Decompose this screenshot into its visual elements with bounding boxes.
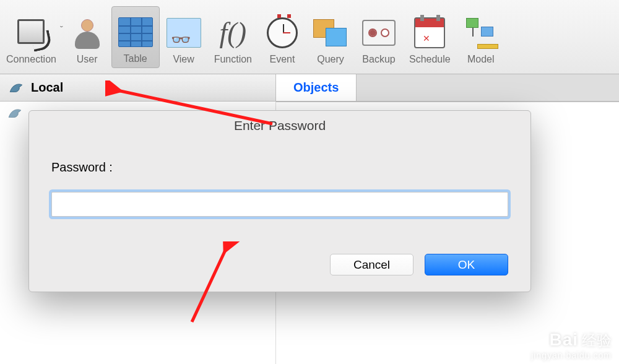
password-dialog: Enter Password Password : Cancel OK <box>28 110 531 292</box>
toolbar-label: Model <box>467 54 495 65</box>
toolbar-label: Query <box>317 54 344 65</box>
user-icon <box>70 15 105 50</box>
tab-objects[interactable]: Objects <box>276 74 357 101</box>
tape-icon <box>361 15 396 50</box>
watermark-brand: Bai <box>549 330 578 349</box>
dialog-title: Enter Password <box>29 111 530 142</box>
toolbar-label: View <box>173 54 194 65</box>
query-icon <box>313 15 348 50</box>
mysql-dolphin-icon <box>6 105 24 121</box>
ok-button[interactable]: OK <box>425 254 508 275</box>
toolbar-event[interactable]: Event <box>258 6 306 68</box>
main-toolbar: Connection ˇ User Table 👓 View f() Funct… <box>0 0 619 74</box>
connection-list-header: Local <box>0 74 276 101</box>
function-icon: f() <box>215 15 250 50</box>
toolbar-label: Table <box>124 53 147 64</box>
cancel-button[interactable]: Cancel <box>330 254 413 275</box>
password-input[interactable] <box>51 192 508 217</box>
svg-point-4 <box>598 307 605 314</box>
calendar-icon: ✕ <box>412 15 447 50</box>
svg-point-3 <box>589 303 597 311</box>
tab-label: Objects <box>293 80 339 95</box>
svg-point-5 <box>584 316 601 328</box>
toolbar-function[interactable]: f() Function <box>208 6 258 68</box>
toolbar-model[interactable]: Model <box>457 6 505 68</box>
mysql-dolphin-icon <box>7 80 25 96</box>
tabs-area: Objects <box>276 74 619 101</box>
plug-icon <box>14 15 48 50</box>
toolbar-query[interactable]: Query <box>306 6 355 68</box>
toolbar-label: Connection <box>6 54 56 65</box>
connection-name: Local <box>31 80 63 95</box>
toolbar-schedule[interactable]: ✕ Schedule <box>403 6 457 68</box>
password-label: Password : <box>51 160 508 175</box>
chevron-down-icon[interactable]: ˇ <box>60 25 63 50</box>
table-icon <box>118 15 153 50</box>
toolbar-label: Function <box>214 54 252 65</box>
view-icon: 👓 <box>167 15 201 50</box>
toolbar-table[interactable]: Table <box>111 6 160 68</box>
toolbar-view[interactable]: 👓 View <box>160 6 208 68</box>
toolbar-label: User <box>77 54 98 65</box>
watermark: Bai经验 jingyan.baidu.com <box>531 330 612 360</box>
tab-row: Local Objects <box>0 74 619 102</box>
toolbar-backup[interactable]: Backup <box>355 6 403 68</box>
svg-point-2 <box>581 306 588 313</box>
toolbar-connection[interactable]: Connection <box>0 6 63 68</box>
diagram-icon <box>464 15 498 50</box>
toolbar-user[interactable]: User <box>63 6 111 68</box>
toolbar-label: Schedule <box>409 54 451 65</box>
toolbar-label: Backup <box>362 54 395 65</box>
toolbar-label: Event <box>270 54 295 65</box>
paw-icon <box>578 303 607 332</box>
stopwatch-icon <box>265 15 300 50</box>
watermark-suffix: 经验 <box>582 332 612 349</box>
connection-local[interactable]: Local <box>7 80 63 96</box>
watermark-url: jingyan.baidu.com <box>531 350 612 360</box>
